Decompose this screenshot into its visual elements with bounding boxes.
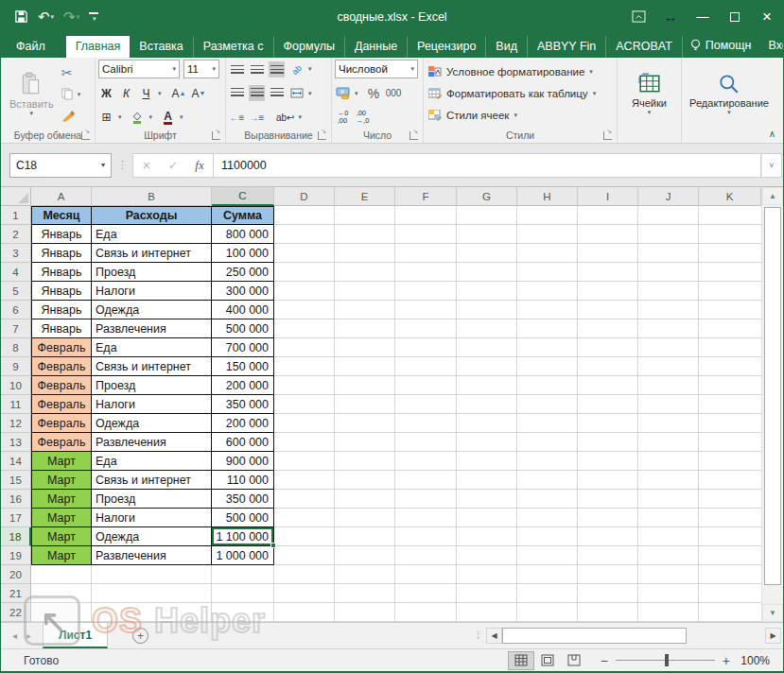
cell-I19[interactable] bbox=[578, 546, 638, 565]
tab-view[interactable]: Вид bbox=[486, 36, 528, 58]
cut-button[interactable]: ✂ bbox=[61, 64, 81, 81]
cell-J21[interactable] bbox=[638, 584, 699, 603]
cell-C5[interactable]: 300 000 bbox=[212, 282, 274, 301]
cell-G13[interactable] bbox=[457, 433, 517, 452]
cell-K7[interactable] bbox=[699, 319, 761, 338]
column-header-G[interactable]: G bbox=[457, 187, 517, 206]
row-header-5[interactable]: 5 bbox=[1, 282, 31, 301]
sign-in-button[interactable]: Вход bbox=[758, 39, 784, 52]
cell-F3[interactable] bbox=[395, 244, 457, 263]
cell-A12[interactable]: Февраль bbox=[31, 414, 92, 433]
underline-dropdown[interactable]: ▾ bbox=[158, 90, 162, 97]
cell-K6[interactable] bbox=[699, 301, 761, 319]
cell-J4[interactable] bbox=[638, 263, 699, 282]
cell-I7[interactable] bbox=[578, 319, 638, 338]
cell-K11[interactable] bbox=[699, 395, 761, 414]
cell-I9[interactable] bbox=[578, 357, 638, 376]
cell-E16[interactable] bbox=[335, 490, 395, 509]
maximize-button[interactable] bbox=[719, 0, 751, 33]
vertical-scroll-thumb[interactable] bbox=[764, 207, 781, 585]
cell-A13[interactable]: Февраль bbox=[31, 433, 92, 452]
cell-H6[interactable] bbox=[517, 301, 578, 319]
row-header-2[interactable]: 2 bbox=[1, 225, 31, 244]
cell-H4[interactable] bbox=[517, 263, 578, 282]
cell-J12[interactable] bbox=[638, 414, 699, 433]
bottom-align-button[interactable] bbox=[269, 61, 285, 78]
scroll-down-arrow[interactable]: ▼ bbox=[762, 604, 783, 622]
cell-D12[interactable] bbox=[274, 414, 335, 433]
fill-color-button[interactable]: ◇ bbox=[130, 110, 146, 126]
customize-qat-button[interactable]: ▾ bbox=[89, 12, 98, 22]
cell-B22[interactable] bbox=[92, 603, 212, 622]
paste-dropdown[interactable]: ▾ bbox=[30, 110, 34, 117]
cell-A19[interactable]: Март bbox=[31, 546, 92, 565]
cell-E5[interactable] bbox=[335, 282, 395, 301]
collapse-ribbon-button[interactable]: ∧ bbox=[769, 129, 775, 139]
cell-J1[interactable] bbox=[638, 206, 699, 225]
cell-B1[interactable]: Расходы bbox=[92, 206, 212, 225]
cell-G6[interactable] bbox=[457, 301, 517, 319]
cell-H3[interactable] bbox=[517, 244, 578, 263]
cell-F17[interactable] bbox=[395, 509, 457, 527]
cell-K21[interactable] bbox=[699, 584, 761, 603]
cell-K22[interactable] bbox=[699, 603, 761, 622]
cell-D11[interactable] bbox=[274, 395, 335, 414]
cell-I3[interactable] bbox=[578, 244, 638, 263]
cell-B12[interactable]: Одежда bbox=[92, 414, 212, 433]
cell-I6[interactable] bbox=[578, 301, 638, 319]
cell-F11[interactable] bbox=[395, 395, 457, 414]
cell-B8[interactable]: Еда bbox=[92, 338, 212, 357]
cell-E21[interactable] bbox=[335, 584, 395, 603]
row-header-3[interactable]: 3 bbox=[1, 244, 31, 263]
cell-E8[interactable] bbox=[335, 338, 395, 357]
insert-function-icon[interactable]: fx bbox=[186, 158, 213, 173]
cell-I21[interactable] bbox=[578, 584, 638, 603]
cell-I13[interactable] bbox=[578, 433, 638, 452]
row-header-15[interactable]: 15 bbox=[1, 471, 31, 490]
cell-H9[interactable] bbox=[517, 357, 578, 376]
row-header-16[interactable]: 16 bbox=[1, 490, 31, 509]
cell-F4[interactable] bbox=[395, 263, 457, 282]
column-header-I[interactable]: I bbox=[578, 187, 638, 206]
font-size-combo[interactable]: 11▾ bbox=[183, 60, 219, 78]
cell-A3[interactable]: Январь bbox=[31, 244, 92, 263]
cell-F20[interactable] bbox=[395, 565, 457, 584]
cell-F13[interactable] bbox=[395, 433, 457, 452]
row-header-7[interactable]: 7 bbox=[1, 319, 31, 338]
cell-C6[interactable]: 400 000 bbox=[212, 301, 274, 319]
cell-J13[interactable] bbox=[638, 433, 699, 452]
cell-J19[interactable] bbox=[638, 546, 699, 565]
cell-G7[interactable] bbox=[457, 319, 517, 338]
cell-J5[interactable] bbox=[638, 282, 699, 301]
horizontal-scrollbar[interactable] bbox=[502, 628, 739, 644]
shrink-font-button[interactable]: А▼ bbox=[191, 85, 207, 101]
cell-I5[interactable] bbox=[578, 282, 638, 301]
cell-K1[interactable] bbox=[699, 206, 761, 225]
cell-F16[interactable] bbox=[395, 490, 457, 509]
cell-D19[interactable] bbox=[274, 546, 335, 565]
cell-A10[interactable]: Февраль bbox=[31, 376, 92, 395]
cell-J9[interactable] bbox=[638, 357, 699, 376]
italic-button[interactable]: К bbox=[118, 85, 134, 101]
tab-acrobat[interactable]: ACROBAT bbox=[606, 36, 683, 58]
tab-formulas[interactable]: Формулы bbox=[274, 36, 345, 58]
normal-view-button[interactable] bbox=[508, 651, 534, 670]
cell-H2[interactable] bbox=[517, 225, 578, 244]
row-header-9[interactable]: 9 bbox=[1, 357, 31, 376]
cell-B20[interactable] bbox=[92, 565, 212, 584]
cell-K4[interactable] bbox=[699, 263, 761, 282]
cell-D4[interactable] bbox=[274, 263, 335, 282]
row-header-6[interactable]: 6 bbox=[1, 301, 31, 319]
scroll-up-arrow[interactable]: ▲ bbox=[762, 187, 783, 205]
tab-home[interactable]: Главная bbox=[66, 36, 131, 58]
ribbon-display-options-button[interactable] bbox=[622, 0, 654, 33]
row-header-12[interactable]: 12 bbox=[1, 414, 31, 433]
cell-B10[interactable]: Проезд bbox=[92, 376, 212, 395]
cell-J11[interactable] bbox=[638, 395, 699, 414]
comma-style-button[interactable]: 000 bbox=[386, 85, 402, 101]
cell-H18[interactable] bbox=[517, 527, 578, 546]
font-color-button[interactable]: А bbox=[160, 110, 176, 126]
column-header-J[interactable]: J bbox=[638, 187, 699, 206]
cell-G9[interactable] bbox=[457, 357, 517, 376]
cell-B17[interactable]: Налоги bbox=[92, 509, 212, 527]
